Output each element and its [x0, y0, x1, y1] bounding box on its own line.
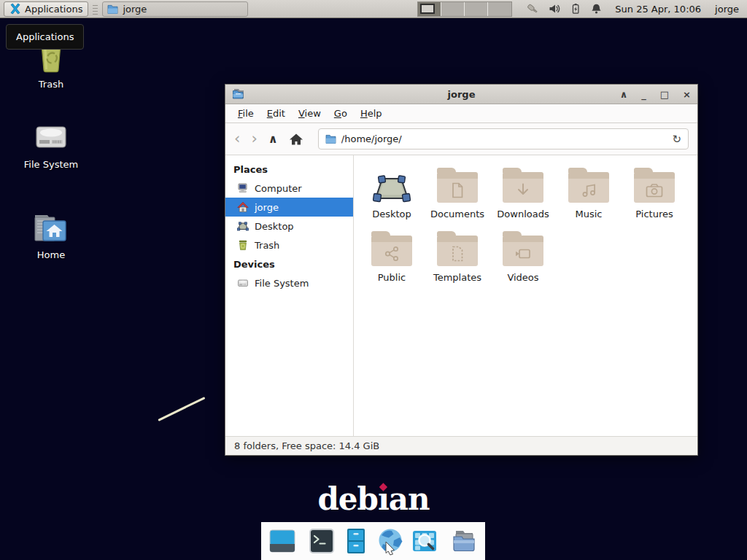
folder-item-templates[interactable]: Templates: [425, 228, 490, 283]
sidebar-item-computer[interactable]: Computer: [225, 179, 353, 198]
folder-label: Public: [378, 272, 406, 283]
file-cabinet-icon[interactable]: [341, 526, 371, 556]
music-folder-icon: [568, 172, 609, 203]
panel-username[interactable]: jorge: [715, 4, 739, 15]
sidebar-item-label: Desktop: [255, 221, 294, 232]
path-input[interactable]: [341, 133, 667, 144]
applications-tooltip: Applications: [6, 24, 84, 50]
debian-wallpaper-logo: debıan: [317, 481, 429, 517]
sidebar-header-devices: Devices: [225, 254, 353, 273]
system-tray: [526, 2, 603, 15]
desktop-scribble-line: [158, 397, 205, 421]
desktop: Applications jorge: [0, 0, 747, 560]
menu-file[interactable]: File: [231, 105, 260, 122]
application-finder-icon[interactable]: [410, 526, 439, 556]
folder-item-videos[interactable]: Videos: [490, 228, 556, 283]
workspace-1[interactable]: [418, 2, 441, 16]
folder-icon[interactable]: [449, 526, 479, 556]
shade-button[interactable]: ∧: [620, 85, 628, 104]
sidebar-item-desktop[interactable]: Desktop: [225, 217, 353, 236]
panel-clock[interactable]: Sun 25 Apr, 10:06: [615, 4, 701, 15]
workspace-3[interactable]: [465, 2, 488, 16]
workspace-2[interactable]: [441, 2, 465, 16]
xfce-logo-icon: [9, 3, 21, 15]
sidebar-item-trash[interactable]: Trash: [225, 236, 353, 254]
battery-charging-icon[interactable]: [570, 2, 581, 15]
hard-drive-icon: [33, 121, 69, 153]
applications-menu-button[interactable]: Applications: [4, 1, 88, 17]
sidebar-item-file-system[interactable]: File System: [225, 273, 353, 292]
folder-icon: [107, 4, 118, 14]
workspace-switcher[interactable]: [417, 1, 512, 17]
folder-item-downloads[interactable]: Downloads: [490, 165, 556, 219]
home-button[interactable]: [289, 133, 303, 146]
file-manager-window: jorge ∧ _ □ × File Edit View Go Help ‹ ›…: [225, 84, 698, 456]
terminal-icon[interactable]: [307, 526, 336, 556]
dock: [261, 522, 485, 560]
web-browser-icon[interactable]: [376, 526, 405, 556]
sidebar-header-places: Places: [225, 160, 353, 179]
volume-icon[interactable]: [548, 2, 561, 15]
top-panel: Applications jorge: [0, 0, 747, 18]
desktop-icon-label: Home: [37, 249, 65, 260]
folder-view: Desktop Documents Downloads: [354, 155, 697, 436]
folder-item-music[interactable]: Music: [556, 165, 622, 219]
minimize-button[interactable]: _: [641, 85, 646, 104]
menu-go[interactable]: Go: [328, 105, 354, 122]
show-desktop-icon[interactable]: [268, 526, 297, 556]
folder-item-desktop[interactable]: Desktop: [359, 165, 425, 219]
menu-edit[interactable]: Edit: [260, 105, 292, 122]
status-bar: 8 folders, Free space: 14.4 GiB: [225, 436, 697, 455]
sidebar-item-label: Trash: [255, 240, 279, 251]
folder-label: Desktop: [372, 209, 411, 219]
documents-folder-icon: [437, 172, 478, 203]
window-controls: ∧ _ □ ×: [620, 85, 691, 104]
sidebar-item-jorge[interactable]: jorge: [225, 198, 353, 217]
sidebar-item-label: Computer: [255, 183, 302, 194]
path-bar[interactable]: ↻: [318, 128, 689, 149]
home-icon: [237, 201, 249, 213]
network-plug-icon[interactable]: [526, 2, 539, 15]
workspace-window-preview: [420, 4, 435, 14]
folder-label: Pictures: [635, 209, 673, 219]
trash-icon: [237, 239, 249, 251]
window-folder-icon: [232, 88, 245, 100]
folder-item-documents[interactable]: Documents: [425, 165, 490, 219]
close-button[interactable]: ×: [683, 85, 691, 104]
videos-folder-icon: [503, 236, 543, 266]
toolbar: ‹ › ∧ ↻: [225, 123, 697, 155]
back-button[interactable]: ‹: [234, 131, 240, 147]
hard-drive-icon: [237, 277, 249, 289]
desktop-icon-home[interactable]: Home: [13, 210, 89, 260]
home-folder-icon: [32, 210, 70, 244]
tooltip-text: Applications: [16, 31, 74, 42]
titlebar[interactable]: jorge ∧ _ □ ×: [225, 85, 697, 104]
taskbar-window-button[interactable]: jorge: [102, 1, 248, 17]
status-text: 8 folders, Free space: 14.4 GiB: [234, 440, 379, 451]
reload-button[interactable]: ↻: [672, 133, 681, 146]
downloads-folder-icon: [503, 172, 543, 203]
panel-separator-handle[interactable]: [93, 4, 98, 15]
applications-menu-label: Applications: [25, 4, 82, 15]
desktop-icon: [237, 220, 249, 232]
logo-text: deb: [317, 481, 377, 517]
menu-help[interactable]: Help: [354, 105, 389, 122]
folder-item-pictures[interactable]: Pictures: [622, 165, 687, 219]
sidebar-item-label: File System: [255, 278, 309, 289]
menu-view[interactable]: View: [292, 105, 328, 122]
workspace-4[interactable]: [488, 2, 511, 16]
templates-folder-icon: [437, 236, 478, 266]
folder-item-public[interactable]: Public: [359, 228, 425, 283]
folder-label: Music: [576, 209, 603, 219]
folder-icon: [325, 134, 336, 144]
forward-button[interactable]: ›: [251, 131, 257, 147]
folder-label: Downloads: [497, 209, 549, 219]
taskbar-window-label: jorge: [123, 4, 147, 15]
menubar: File Edit View Go Help: [225, 104, 697, 123]
maximize-button[interactable]: □: [660, 85, 669, 104]
public-folder-icon: [371, 236, 412, 266]
up-button[interactable]: ∧: [268, 131, 278, 147]
desktop-icon-file-system[interactable]: File System: [13, 121, 89, 170]
computer-icon: [237, 182, 249, 194]
notification-bell-icon[interactable]: [590, 2, 603, 15]
